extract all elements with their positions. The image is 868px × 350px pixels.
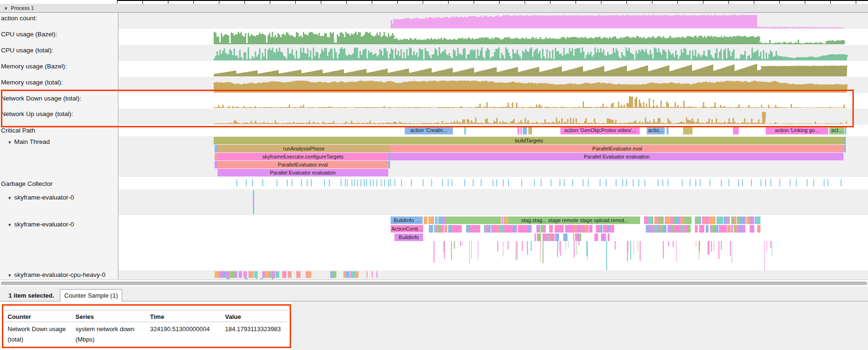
gc-event-tick[interactable]: [390, 179, 391, 186]
track-label-main-thread[interactable]: ▼Main Thread: [0, 138, 117, 145]
slice-fragment[interactable]: [673, 241, 674, 247]
track-skyframe-evaluator-cpu-heavy-0[interactable]: [118, 270, 868, 279]
slice-fragment[interactable]: [250, 271, 254, 278]
slice-fragment[interactable]: [223, 271, 226, 278]
slice-fragment[interactable]: [491, 225, 495, 233]
timeline-area[interactable]: action 'Creatin...action 'GenObjcProtos …: [0, 13, 868, 279]
slice-fragment[interactable]: [608, 233, 610, 241]
slice-fragment[interactable]: [730, 241, 731, 256]
track-skyframe-evaluator-0-b[interactable]: BuildInfo ...stag.stag... stage remote s…: [118, 215, 868, 270]
gc-event-tick[interactable]: [246, 179, 247, 186]
slice[interactable]: ParallelEvaluator.eval: [217, 161, 388, 168]
slice[interactable]: action 'Creatin...: [405, 126, 453, 134]
slice-fragment[interactable]: [372, 271, 373, 278]
gc-event-tick[interactable]: [481, 179, 482, 186]
slice-fragment[interactable]: [444, 225, 447, 233]
slice-fragment[interactable]: [506, 225, 510, 233]
slice-fragment[interactable]: [559, 241, 560, 251]
slice-fragment[interactable]: [724, 225, 727, 233]
slice-fragment[interactable]: [767, 241, 768, 251]
slice-fragment[interactable]: [594, 233, 598, 241]
gc-event-tick[interactable]: [292, 179, 292, 186]
slice-fragment[interactable]: [527, 241, 528, 255]
slice-fragment[interactable]: [640, 241, 641, 261]
slice-fragment[interactable]: [709, 217, 713, 224]
slice[interactable]: buildTargets: [214, 137, 844, 144]
gc-event-tick[interactable]: [411, 179, 412, 186]
track-label-garbage-collector[interactable]: Garbage Collector: [0, 180, 118, 187]
slice-fragment[interactable]: [523, 126, 527, 134]
slice-fragment[interactable]: [676, 241, 677, 261]
gc-event-tick[interactable]: [276, 179, 277, 186]
track-cpu-usage-total[interactable]: [118, 45, 868, 61]
slice-fragment[interactable]: [714, 241, 715, 251]
gc-event-tick[interactable]: [807, 179, 808, 186]
slice-fragment[interactable]: [219, 271, 223, 278]
slice-fragment[interactable]: [601, 233, 605, 241]
gc-event-tick[interactable]: [448, 179, 449, 186]
slice-fragment[interactable]: [680, 217, 684, 224]
gc-event-tick[interactable]: [622, 179, 623, 186]
slice-fragment[interactable]: [742, 225, 745, 233]
slice-fragment[interactable]: [603, 225, 607, 233]
slice-fragment[interactable]: [668, 225, 671, 233]
gc-event-tick[interactable]: [341, 179, 342, 186]
slice[interactable]: ParallelEvaluator.eval: [390, 145, 844, 152]
gc-event-tick[interactable]: [496, 179, 497, 186]
gc-event-tick[interactable]: [779, 179, 780, 186]
slice-fragment[interactable]: [566, 241, 567, 250]
slice[interactable]: ActionConti...: [391, 225, 423, 233]
horizontal-scrollbar[interactable]: [0, 279, 868, 287]
slice-fragment[interactable]: [254, 271, 258, 278]
tab-counter-sample[interactable]: Counter Sample (1): [60, 289, 122, 302]
gc-event-tick[interactable]: [662, 179, 663, 186]
gc-event-tick[interactable]: [638, 179, 639, 186]
slice-fragment[interactable]: [460, 225, 462, 233]
slice-fragment[interactable]: [644, 217, 648, 224]
slice-fragment[interactable]: [537, 225, 540, 233]
slice-fragment[interactable]: [388, 161, 390, 168]
slice-fragment[interactable]: [253, 206, 254, 214]
slice-fragment[interactable]: [543, 225, 545, 233]
slice-fragment[interactable]: [517, 126, 519, 134]
gc-event-tick[interactable]: [431, 179, 432, 186]
gc-event-tick[interactable]: [287, 179, 288, 186]
track-label-skyframe-evaluator-0-a[interactable]: ▼skyframe-evaluator-0: [0, 194, 117, 201]
slice-fragment[interactable]: [676, 225, 681, 233]
slice-fragment[interactable]: [638, 241, 639, 251]
slice-fragment[interactable]: [715, 225, 718, 233]
gc-event-tick[interactable]: [307, 179, 308, 186]
track-label-network-down-usage-total[interactable]: Network Down usage (total):: [0, 95, 118, 102]
slice-fragment[interactable]: [663, 241, 664, 258]
slice[interactable]: BuildInfo: [394, 233, 423, 241]
track-network-down-usage-total[interactable]: [118, 93, 868, 108]
gc-event-tick[interactable]: [473, 179, 474, 186]
gc-event-tick[interactable]: [252, 179, 253, 186]
slice-fragment[interactable]: [606, 241, 607, 270]
slice-fragment[interactable]: [434, 241, 434, 263]
chevron-down-icon[interactable]: ▼: [8, 223, 14, 227]
slice-fragment[interactable]: [471, 241, 472, 258]
gc-event-tick[interactable]: [370, 179, 371, 186]
gc-event-tick[interactable]: [388, 179, 389, 186]
slice-fragment[interactable]: [578, 241, 579, 245]
slice-fragment[interactable]: [488, 225, 491, 233]
slice-fragment[interactable]: [596, 225, 599, 233]
slice-fragment[interactable]: [239, 271, 242, 278]
slice-fragment[interactable]: [844, 137, 846, 144]
gc-event-tick[interactable]: [738, 179, 739, 186]
slice-fragment[interactable]: [441, 225, 443, 233]
track-label-cpu-usage-total[interactable]: CPU usage (total):: [0, 47, 118, 54]
slice-fragment[interactable]: [667, 217, 670, 224]
slice-fragment[interactable]: [757, 225, 760, 233]
slice-fragment[interactable]: [524, 225, 528, 233]
slice-fragment[interactable]: [706, 217, 709, 224]
gc-event-tick[interactable]: [796, 179, 797, 186]
slice-fragment[interactable]: [497, 241, 498, 251]
slice-fragment[interactable]: [751, 225, 754, 233]
gc-event-tick[interactable]: [682, 179, 683, 186]
slice-fragment[interactable]: [501, 217, 503, 224]
slice-fragment[interactable]: [517, 241, 517, 259]
slice-fragment[interactable]: [659, 217, 663, 224]
slice-fragment[interactable]: [529, 225, 532, 233]
